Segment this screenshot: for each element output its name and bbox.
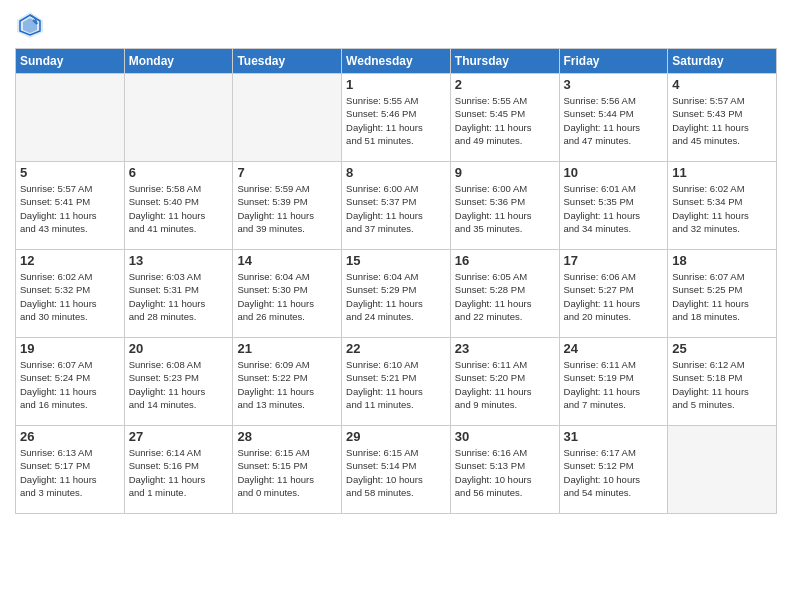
day-info: Sunrise: 6:08 AM Sunset: 5:23 PM Dayligh… (129, 358, 229, 411)
day-info: Sunrise: 6:15 AM Sunset: 5:14 PM Dayligh… (346, 446, 446, 499)
day-number: 12 (20, 253, 120, 268)
calendar-cell: 12Sunrise: 6:02 AM Sunset: 5:32 PM Dayli… (16, 250, 125, 338)
day-info: Sunrise: 6:07 AM Sunset: 5:25 PM Dayligh… (672, 270, 772, 323)
calendar-table: SundayMondayTuesdayWednesdayThursdayFrid… (15, 48, 777, 514)
calendar-cell: 23Sunrise: 6:11 AM Sunset: 5:20 PM Dayli… (450, 338, 559, 426)
calendar-week-row: 5Sunrise: 5:57 AM Sunset: 5:41 PM Daylig… (16, 162, 777, 250)
day-number: 24 (564, 341, 664, 356)
day-info: Sunrise: 6:13 AM Sunset: 5:17 PM Dayligh… (20, 446, 120, 499)
day-info: Sunrise: 6:05 AM Sunset: 5:28 PM Dayligh… (455, 270, 555, 323)
day-of-week-header: Sunday (16, 49, 125, 74)
day-number: 18 (672, 253, 772, 268)
day-info: Sunrise: 6:11 AM Sunset: 5:20 PM Dayligh… (455, 358, 555, 411)
day-number: 7 (237, 165, 337, 180)
day-info: Sunrise: 5:55 AM Sunset: 5:45 PM Dayligh… (455, 94, 555, 147)
calendar-cell (124, 74, 233, 162)
day-info: Sunrise: 6:02 AM Sunset: 5:32 PM Dayligh… (20, 270, 120, 323)
calendar-cell: 25Sunrise: 6:12 AM Sunset: 5:18 PM Dayli… (668, 338, 777, 426)
calendar-cell: 5Sunrise: 5:57 AM Sunset: 5:41 PM Daylig… (16, 162, 125, 250)
calendar-cell: 16Sunrise: 6:05 AM Sunset: 5:28 PM Dayli… (450, 250, 559, 338)
day-number: 20 (129, 341, 229, 356)
day-number: 29 (346, 429, 446, 444)
day-number: 6 (129, 165, 229, 180)
logo-icon (15, 10, 45, 40)
day-info: Sunrise: 6:14 AM Sunset: 5:16 PM Dayligh… (129, 446, 229, 499)
day-number: 9 (455, 165, 555, 180)
calendar-cell: 3Sunrise: 5:56 AM Sunset: 5:44 PM Daylig… (559, 74, 668, 162)
day-info: Sunrise: 6:09 AM Sunset: 5:22 PM Dayligh… (237, 358, 337, 411)
day-info: Sunrise: 5:59 AM Sunset: 5:39 PM Dayligh… (237, 182, 337, 235)
day-number: 25 (672, 341, 772, 356)
day-info: Sunrise: 6:15 AM Sunset: 5:15 PM Dayligh… (237, 446, 337, 499)
day-info: Sunrise: 6:07 AM Sunset: 5:24 PM Dayligh… (20, 358, 120, 411)
logo (15, 10, 49, 40)
calendar-cell: 22Sunrise: 6:10 AM Sunset: 5:21 PM Dayli… (342, 338, 451, 426)
day-of-week-header: Monday (124, 49, 233, 74)
calendar-cell: 27Sunrise: 6:14 AM Sunset: 5:16 PM Dayli… (124, 426, 233, 514)
day-number: 22 (346, 341, 446, 356)
day-info: Sunrise: 6:11 AM Sunset: 5:19 PM Dayligh… (564, 358, 664, 411)
day-info: Sunrise: 6:00 AM Sunset: 5:36 PM Dayligh… (455, 182, 555, 235)
day-number: 13 (129, 253, 229, 268)
day-number: 17 (564, 253, 664, 268)
calendar-week-row: 19Sunrise: 6:07 AM Sunset: 5:24 PM Dayli… (16, 338, 777, 426)
day-number: 1 (346, 77, 446, 92)
calendar-cell: 9Sunrise: 6:00 AM Sunset: 5:36 PM Daylig… (450, 162, 559, 250)
header (15, 10, 777, 40)
day-number: 3 (564, 77, 664, 92)
day-number: 8 (346, 165, 446, 180)
calendar-cell: 31Sunrise: 6:17 AM Sunset: 5:12 PM Dayli… (559, 426, 668, 514)
day-number: 21 (237, 341, 337, 356)
day-number: 19 (20, 341, 120, 356)
day-of-week-header: Wednesday (342, 49, 451, 74)
day-info: Sunrise: 5:57 AM Sunset: 5:41 PM Dayligh… (20, 182, 120, 235)
day-number: 5 (20, 165, 120, 180)
calendar-cell: 2Sunrise: 5:55 AM Sunset: 5:45 PM Daylig… (450, 74, 559, 162)
day-number: 4 (672, 77, 772, 92)
day-of-week-header: Thursday (450, 49, 559, 74)
day-info: Sunrise: 5:57 AM Sunset: 5:43 PM Dayligh… (672, 94, 772, 147)
page-container: SundayMondayTuesdayWednesdayThursdayFrid… (0, 0, 792, 612)
day-info: Sunrise: 6:00 AM Sunset: 5:37 PM Dayligh… (346, 182, 446, 235)
day-of-week-header: Tuesday (233, 49, 342, 74)
day-info: Sunrise: 5:55 AM Sunset: 5:46 PM Dayligh… (346, 94, 446, 147)
day-info: Sunrise: 5:58 AM Sunset: 5:40 PM Dayligh… (129, 182, 229, 235)
calendar-cell: 6Sunrise: 5:58 AM Sunset: 5:40 PM Daylig… (124, 162, 233, 250)
calendar-cell: 7Sunrise: 5:59 AM Sunset: 5:39 PM Daylig… (233, 162, 342, 250)
day-number: 16 (455, 253, 555, 268)
day-number: 15 (346, 253, 446, 268)
calendar-cell: 19Sunrise: 6:07 AM Sunset: 5:24 PM Dayli… (16, 338, 125, 426)
calendar-cell: 8Sunrise: 6:00 AM Sunset: 5:37 PM Daylig… (342, 162, 451, 250)
day-number: 26 (20, 429, 120, 444)
calendar-cell: 18Sunrise: 6:07 AM Sunset: 5:25 PM Dayli… (668, 250, 777, 338)
day-info: Sunrise: 6:06 AM Sunset: 5:27 PM Dayligh… (564, 270, 664, 323)
calendar-cell: 20Sunrise: 6:08 AM Sunset: 5:23 PM Dayli… (124, 338, 233, 426)
day-number: 14 (237, 253, 337, 268)
day-number: 2 (455, 77, 555, 92)
day-number: 27 (129, 429, 229, 444)
calendar-cell: 24Sunrise: 6:11 AM Sunset: 5:19 PM Dayli… (559, 338, 668, 426)
day-info: Sunrise: 6:01 AM Sunset: 5:35 PM Dayligh… (564, 182, 664, 235)
calendar-cell (16, 74, 125, 162)
calendar-cell: 30Sunrise: 6:16 AM Sunset: 5:13 PM Dayli… (450, 426, 559, 514)
day-info: Sunrise: 6:17 AM Sunset: 5:12 PM Dayligh… (564, 446, 664, 499)
day-info: Sunrise: 6:03 AM Sunset: 5:31 PM Dayligh… (129, 270, 229, 323)
day-info: Sunrise: 6:02 AM Sunset: 5:34 PM Dayligh… (672, 182, 772, 235)
calendar-body: 1Sunrise: 5:55 AM Sunset: 5:46 PM Daylig… (16, 74, 777, 514)
calendar-cell: 4Sunrise: 5:57 AM Sunset: 5:43 PM Daylig… (668, 74, 777, 162)
calendar-week-row: 1Sunrise: 5:55 AM Sunset: 5:46 PM Daylig… (16, 74, 777, 162)
day-of-week-header: Saturday (668, 49, 777, 74)
days-of-week-row: SundayMondayTuesdayWednesdayThursdayFrid… (16, 49, 777, 74)
day-number: 23 (455, 341, 555, 356)
calendar-cell: 14Sunrise: 6:04 AM Sunset: 5:30 PM Dayli… (233, 250, 342, 338)
calendar-cell: 11Sunrise: 6:02 AM Sunset: 5:34 PM Dayli… (668, 162, 777, 250)
day-info: Sunrise: 5:56 AM Sunset: 5:44 PM Dayligh… (564, 94, 664, 147)
calendar-week-row: 26Sunrise: 6:13 AM Sunset: 5:17 PM Dayli… (16, 426, 777, 514)
calendar-week-row: 12Sunrise: 6:02 AM Sunset: 5:32 PM Dayli… (16, 250, 777, 338)
day-info: Sunrise: 6:16 AM Sunset: 5:13 PM Dayligh… (455, 446, 555, 499)
day-number: 31 (564, 429, 664, 444)
day-info: Sunrise: 6:04 AM Sunset: 5:29 PM Dayligh… (346, 270, 446, 323)
calendar-cell: 29Sunrise: 6:15 AM Sunset: 5:14 PM Dayli… (342, 426, 451, 514)
calendar-cell: 10Sunrise: 6:01 AM Sunset: 5:35 PM Dayli… (559, 162, 668, 250)
day-of-week-header: Friday (559, 49, 668, 74)
